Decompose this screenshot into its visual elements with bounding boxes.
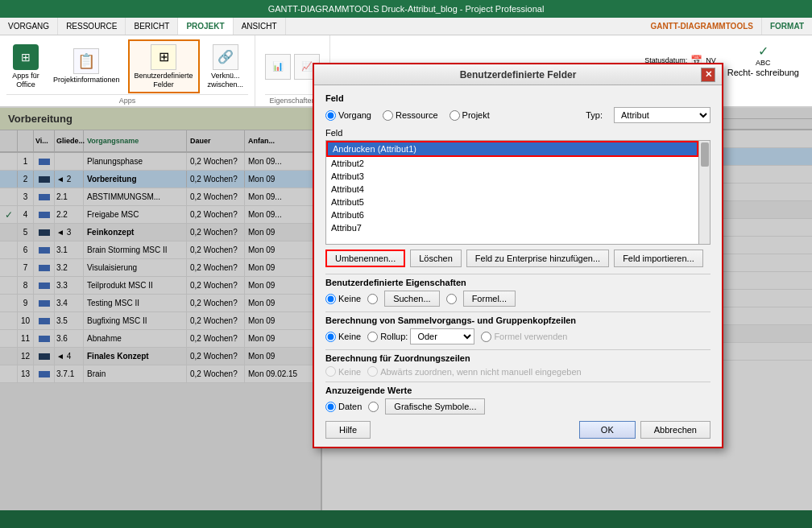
- radio-keine2-label: Keine: [338, 332, 361, 341]
- abc-check-button[interactable]: ✓ ABCRecht- schreibung: [723, 40, 804, 81]
- radio-ressource-label: Ressource: [396, 110, 438, 120]
- app-titlebar: GANTT-DIAGRAMMTOOLS Druck-Attribut_blog …: [0, 0, 812, 18]
- field-item-attribu7[interactable]: Attribu7: [326, 221, 698, 234]
- radio-formel[interactable]: [446, 294, 457, 304]
- radio-rollup-label: Rollup:: [380, 332, 408, 341]
- custom-fields-button[interactable]: ⊞ Benutzer­definierteFelder: [128, 39, 200, 94]
- dialog-action-buttons: Hilfe OK Abbrechen: [325, 421, 710, 439]
- anzeigende-label: Anzuzeigende Werte: [325, 386, 710, 395]
- tab-projekt[interactable]: PROJEKT: [178, 18, 233, 35]
- berechnung-zuord-section: Berechnung für Zuordnungszeilen Keine Ab…: [325, 353, 710, 377]
- grafische-symbole-button[interactable]: Grafische Symbole...: [385, 398, 485, 415]
- field-item-attribut2[interactable]: Attribut2: [326, 157, 698, 170]
- radio-projekt-label: Projekt: [462, 110, 490, 120]
- suchen-button[interactable]: Suchen...: [384, 291, 439, 307]
- radio-vorgang[interactable]: [325, 110, 336, 121]
- tab-ansicht[interactable]: ANSICHT: [234, 18, 286, 35]
- custom-fields-icon: ⊞: [151, 44, 176, 70]
- abc-icon: ✓: [758, 43, 768, 59]
- hilfe-button[interactable]: Hilfe: [325, 421, 371, 439]
- apps-office-button[interactable]: ⊞ Apps fürOffice: [6, 41, 45, 93]
- radio-rollup[interactable]: [367, 332, 378, 342]
- field-item-attribut3[interactable]: Attribut3: [326, 170, 698, 183]
- radio-formel-verwenden[interactable]: [481, 332, 491, 342]
- field-item-andrucken[interactable]: Andrucken (Attribut1): [326, 141, 698, 157]
- tab-ressource[interactable]: RESSOURCE: [58, 18, 126, 35]
- field-list-scrollbar[interactable]: [699, 140, 710, 245]
- connect-label: Verknü...zwischen...: [208, 72, 244, 89]
- radio-abwaerts-label: Abwärts zuordnen, wenn nicht manuell ein…: [380, 367, 582, 377]
- berechnung-sammel-section: Berechnung von Sammelvorgangs- und Grupp…: [325, 316, 710, 344]
- feld-importieren-button[interactable]: Feld importieren...: [614, 250, 703, 267]
- abc-label: ABCRecht- schreibung: [727, 59, 799, 78]
- radio-keine1[interactable]: [325, 294, 336, 304]
- ribbon-group-apps: ⊞ Apps fürOffice 📋 Projektinformationen …: [0, 35, 255, 106]
- app-title: GANTT-DIAGRAMMTOOLS Druck-Attribut_blog …: [6, 4, 806, 14]
- benutzerdefinierte-label: Benutzerdefinierte Eigenschaften: [325, 278, 710, 287]
- custom-fields-label: Benutzer­definierteFelder: [135, 72, 193, 89]
- radio-ressource-item: Ressource: [383, 110, 438, 121]
- radio-vorgang-item: Vorgang: [325, 110, 371, 121]
- feld-type-row: Vorgang Ressource Projekt Typ: Attribut: [325, 107, 710, 123]
- radio-vorgang-label: Vorgang: [338, 110, 371, 120]
- radio-daten[interactable]: [325, 402, 336, 412]
- formel-button[interactable]: Formel...: [463, 291, 516, 307]
- field-action-buttons: Umbenennen... Löschen Feld zu Enterprise…: [325, 250, 710, 267]
- dialog-body: Feld Vorgang Ressource Projekt Typ: Attr…: [314, 85, 722, 447]
- connect-button[interactable]: 🔗 Verknü...zwischen...: [203, 41, 249, 93]
- radio-projekt[interactable]: [450, 110, 460, 121]
- dialog-close-button[interactable]: ✕: [701, 68, 715, 82]
- radio-ressource[interactable]: [383, 110, 393, 121]
- rollup-select[interactable]: Oder: [410, 328, 474, 344]
- eigenschaften-btn1[interactable]: 📊: [265, 54, 291, 80]
- radio-abwaerts[interactable]: [367, 366, 378, 377]
- tab-format[interactable]: FORMAT: [762, 18, 812, 35]
- radio-suchen[interactable]: [367, 294, 378, 304]
- benutzerdefinierte-felder-dialog: Benutzerdefinierte Felder ✕ Feld Vorgang…: [313, 63, 723, 448]
- feld-enterprise-button[interactable]: Feld zu Enterprise hinzufügen...: [466, 250, 609, 267]
- ribbon-group-eigenschaften-label: Eigenschaften: [265, 94, 320, 105]
- radio-keine3-label: Keine: [338, 367, 361, 377]
- feld-sublabel: Feld: [325, 128, 710, 138]
- radio-keine1-label: Keine: [338, 294, 361, 303]
- project-info-button[interactable]: 📋 Projektinformationen: [48, 45, 125, 88]
- field-item-attribut6[interactable]: Attribut6: [326, 208, 698, 221]
- typ-select[interactable]: Attribut: [614, 107, 710, 123]
- radio-formel-verwenden-label: Formel verwenden: [494, 332, 567, 341]
- connect-icon: 🔗: [213, 44, 238, 70]
- field-item-attribut5[interactable]: Attribut5: [326, 196, 698, 208]
- field-item-attribut4[interactable]: Attribut4: [326, 183, 698, 196]
- feld-section-label: Feld: [325, 93, 710, 103]
- umbenennen-button[interactable]: Umbenennen...: [325, 250, 405, 267]
- abbrechen-button[interactable]: Abbrechen: [640, 421, 710, 439]
- radio-keine3[interactable]: [325, 366, 336, 377]
- loeschen-button[interactable]: Löschen: [410, 250, 462, 267]
- ribbon-tabs: VORGANG RESSOURCE BERICHT PROJEKT ANSICH…: [0, 18, 812, 35]
- dialog-title: Benutzerdefinierte Felder: [420, 69, 617, 80]
- anzeigende-section: Anzuzeigende Werte Daten Grafische Symbo…: [325, 386, 710, 415]
- ribbon-group-apps-label: Apps: [6, 94, 248, 105]
- field-list[interactable]: Andrucken (Attribut1) Attribut2 Attribut…: [325, 140, 699, 245]
- radio-projekt-item: Projekt: [450, 110, 490, 121]
- tab-vorgang[interactable]: VORGANG: [0, 18, 58, 35]
- dialog-titlebar: Benutzerdefinierte Felder ✕: [314, 64, 722, 85]
- berechnung-zuord-label: Berechnung für Zuordnungszeilen: [325, 353, 710, 363]
- ok-button[interactable]: OK: [579, 421, 636, 439]
- radio-keine2[interactable]: [325, 332, 336, 342]
- radio-daten-label: Daten: [338, 402, 362, 411]
- benutzerdefinierte-section: Benutzerdefinierte Eigenschaften Keine S…: [325, 278, 710, 307]
- tab-bericht[interactable]: BERICHT: [126, 18, 178, 35]
- typ-label: Typ:: [586, 110, 603, 120]
- apps-office-icon: ⊞: [13, 44, 39, 70]
- radio-grafisch[interactable]: [368, 402, 379, 412]
- apps-office-label: Apps fürOffice: [12, 72, 39, 89]
- berechnung-sammel-label: Berechnung von Sammelvorgangs- und Grupp…: [325, 316, 710, 325]
- gantt-diagrammtools-label: GANTT-DIAGRAMMTOOLS: [642, 18, 762, 35]
- project-info-label: Projektinformationen: [53, 76, 120, 85]
- project-info-icon: 📋: [73, 48, 99, 74]
